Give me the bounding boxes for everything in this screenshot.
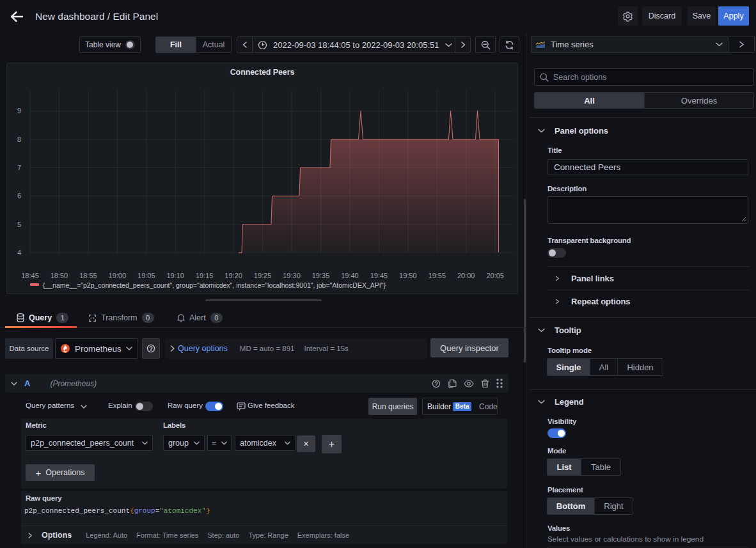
- svg-text:7: 7: [17, 164, 21, 171]
- svg-text:8: 8: [17, 136, 21, 143]
- svg-text:18:45: 18:45: [21, 272, 39, 279]
- svg-text:19:25: 19:25: [254, 272, 272, 279]
- svg-text:20:05: 20:05: [486, 272, 504, 279]
- svg-text:9: 9: [17, 107, 21, 114]
- svg-text:20:00: 20:00: [457, 272, 475, 279]
- svg-text:19:15: 19:15: [196, 272, 214, 279]
- svg-text:4: 4: [17, 249, 21, 256]
- svg-text:19:45: 19:45: [370, 272, 388, 279]
- svg-text:19:10: 19:10: [166, 272, 184, 279]
- svg-text:19:50: 19:50: [399, 272, 417, 279]
- svg-text:19:55: 19:55: [429, 272, 446, 279]
- svg-text:19:30: 19:30: [283, 272, 301, 279]
- svg-text:5: 5: [17, 221, 21, 228]
- svg-text:19:05: 19:05: [138, 272, 155, 279]
- svg-text:{__name__="p2p_connected_peers: {__name__="p2p_connected_peers_count", g…: [43, 281, 386, 289]
- svg-text:19:40: 19:40: [341, 272, 359, 279]
- svg-text:18:50: 18:50: [51, 272, 68, 279]
- svg-text:18:55: 18:55: [79, 272, 97, 279]
- svg-text:6: 6: [17, 192, 21, 200]
- svg-text:19:35: 19:35: [312, 272, 330, 279]
- svg-text:19:00: 19:00: [109, 272, 127, 279]
- svg-text:19:20: 19:20: [224, 272, 242, 279]
